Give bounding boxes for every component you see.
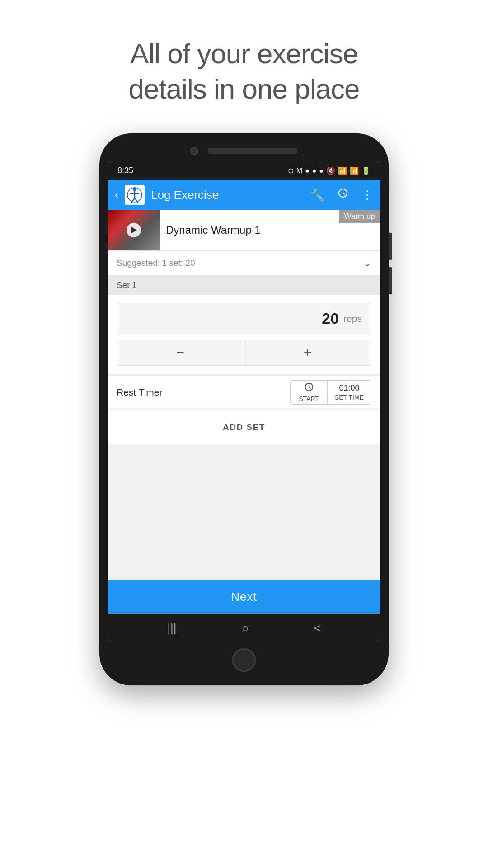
status-icons: ⊙ M ● ● ● 🔇 📶 📶 🔋 xyxy=(288,166,371,175)
suggested-info: Suggested: 1 set: 20 xyxy=(117,258,195,268)
set-controls: 20 reps − + xyxy=(108,295,380,374)
tagline-line2: details in one place xyxy=(129,73,360,104)
start-button[interactable]: START xyxy=(291,381,328,404)
reps-unit: reps xyxy=(343,313,362,324)
app-logo xyxy=(125,185,145,205)
suggested-value: 1 set: 20 xyxy=(162,258,195,268)
tagline-block: All of your exercise details in one plac… xyxy=(129,36,360,106)
time-value: 01:00 xyxy=(339,383,359,393)
next-button[interactable]: Next xyxy=(108,580,380,614)
phone-top xyxy=(108,147,380,155)
screen: 8:35 ⊙ M ● ● ● 🔇 📶 📶 🔋 ‹ xyxy=(108,161,380,642)
reps-display: 20 reps xyxy=(117,303,371,334)
set-header: Set 1 xyxy=(108,276,380,295)
camera xyxy=(190,147,198,155)
add-set-button[interactable]: ADD SET xyxy=(108,410,380,444)
more-icon[interactable]: ⋮ xyxy=(361,188,373,202)
increment-button[interactable]: + xyxy=(244,340,371,365)
empty-content-area xyxy=(108,444,380,580)
phone-shell: 8:35 ⊙ M ● ● ● 🔇 📶 📶 🔋 ‹ xyxy=(99,133,389,685)
back-button[interactable]: ‹ xyxy=(115,189,118,201)
tagline-line1: All of your exercise xyxy=(130,38,358,69)
set-time-button[interactable]: 01:00 SET TIME xyxy=(328,381,371,404)
exercise-header: Dynamic Warmup 1 Warm up xyxy=(108,210,380,251)
play-button[interactable] xyxy=(127,223,141,237)
nav-back-icon[interactable]: < xyxy=(314,621,321,635)
phone-bottom xyxy=(108,648,380,672)
exercise-name: Dynamic Warmup 1 xyxy=(166,224,261,236)
speaker xyxy=(207,148,298,154)
nav-menu-icon[interactable]: ||| xyxy=(167,621,176,635)
rest-timer-row: Rest Timer START 01:00 SET TIME xyxy=(108,376,380,408)
status-time: 8:35 xyxy=(117,166,133,175)
expand-icon[interactable]: ⌄ xyxy=(363,257,371,269)
start-label: START xyxy=(299,395,319,402)
status-bar: 8:35 ⊙ M ● ● ● 🔇 📶 📶 🔋 xyxy=(108,161,380,180)
history-icon[interactable] xyxy=(337,188,349,203)
nav-home-icon[interactable]: ○ xyxy=(242,621,249,635)
wrench-icon[interactable]: 🔧 xyxy=(310,188,324,202)
reps-number: 20 xyxy=(322,310,339,327)
app-bar-title: Log Exercise xyxy=(151,188,304,202)
set-time-label: SET TIME xyxy=(335,394,364,401)
next-bar: Next xyxy=(108,580,380,614)
suggested-row: Suggested: 1 set: 20 ⌄ xyxy=(108,251,380,276)
decrement-button[interactable]: − xyxy=(117,340,244,365)
stepper-row: − + xyxy=(117,340,371,366)
app-bar-actions: 🔧 ⋮ xyxy=(310,188,373,203)
exercise-thumbnail[interactable] xyxy=(108,210,160,250)
warm-up-badge: Warm up xyxy=(339,210,380,223)
suggested-label: Suggested: xyxy=(117,258,160,268)
clock-icon xyxy=(304,382,314,394)
nav-bar: ||| ○ < xyxy=(108,614,380,642)
rest-timer-controls: START 01:00 SET TIME xyxy=(290,380,371,405)
rest-timer-label: Rest Timer xyxy=(117,387,163,398)
app-bar: ‹ Log Exercise 🔧 xyxy=(108,180,380,210)
svg-point-0 xyxy=(133,188,136,191)
home-button[interactable] xyxy=(232,648,256,672)
